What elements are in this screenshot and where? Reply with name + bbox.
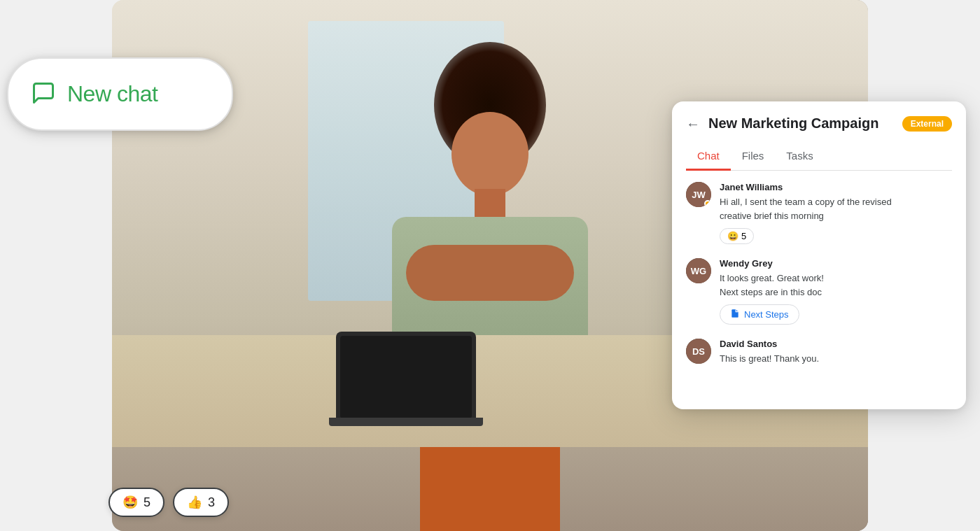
reaction-count-janet: 5 — [741, 231, 746, 241]
tab-tasks[interactable]: Tasks — [775, 143, 824, 171]
reaction-count-star: 5 — [144, 495, 150, 510]
message-janet: JW Janet Williams Hi all, I sent the tea… — [686, 182, 952, 244]
avatar-wendy: WG — [686, 258, 711, 283]
panel-header: ← New Marketing Campaign External Chat F… — [672, 101, 966, 171]
message-content-wendy: Wendy Grey It looks great. Great work! N… — [720, 258, 952, 325]
chat-icon — [31, 80, 56, 108]
message-text-wendy: It looks great. Great work! Next steps a… — [720, 271, 952, 299]
chat-panel: ← New Marketing Campaign External Chat F… — [672, 101, 966, 409]
tab-files[interactable]: Files — [731, 143, 776, 171]
message-david: DS David Santos This is great! Thank you… — [686, 339, 952, 366]
doc-link-label: Next Steps — [744, 309, 789, 320]
avatar-janet: JW — [686, 182, 711, 207]
doc-link-next-steps[interactable]: Next Steps — [720, 304, 799, 325]
sender-name-wendy: Wendy Grey — [720, 258, 952, 269]
reaction-bubble-star[interactable]: 🤩 5 — [108, 488, 164, 517]
doc-icon — [730, 309, 740, 320]
reaction-emoji-thumbsup: 👍 — [187, 495, 202, 510]
panel-messages: JW Janet Williams Hi all, I sent the tea… — [672, 171, 966, 409]
message-text-janet: Hi all, I sent the team a copy of the re… — [720, 195, 952, 222]
message-content-janet: Janet Williams Hi all, I sent the team a… — [720, 182, 952, 244]
title-row: ← New Marketing Campaign External — [686, 115, 952, 132]
avatar-david: DS — [686, 339, 711, 364]
sender-name-david: David Santos — [720, 339, 952, 349]
external-badge: External — [902, 116, 952, 132]
new-chat-button[interactable]: New chat — [7, 57, 233, 131]
reaction-bubbles: 🤩 5 👍 3 — [108, 488, 229, 517]
reaction-bubble-thumbsup[interactable]: 👍 3 — [173, 488, 229, 517]
scene: New chat ← New Marketing Campaign Extern… — [0, 0, 980, 531]
panel-tabs: Chat Files Tasks — [686, 143, 952, 171]
message-wendy: WG Wendy Grey It looks great. Great work… — [686, 258, 952, 325]
reaction-janet[interactable]: 😀 5 — [720, 228, 754, 244]
new-chat-label: New chat — [67, 81, 158, 107]
reaction-emoji-star: 🤩 — [122, 495, 138, 510]
message-content-david: David Santos This is great! Thank you. — [720, 339, 952, 366]
message-text-david: This is great! Thank you. — [720, 352, 952, 366]
back-button[interactable]: ← — [686, 117, 700, 131]
panel-title: New Marketing Campaign — [708, 115, 894, 132]
sender-name-janet: Janet Williams — [720, 182, 952, 192]
reaction-count-thumbsup: 3 — [208, 495, 215, 510]
reaction-emoji-janet: 😀 — [727, 231, 738, 241]
tab-chat[interactable]: Chat — [686, 143, 731, 171]
